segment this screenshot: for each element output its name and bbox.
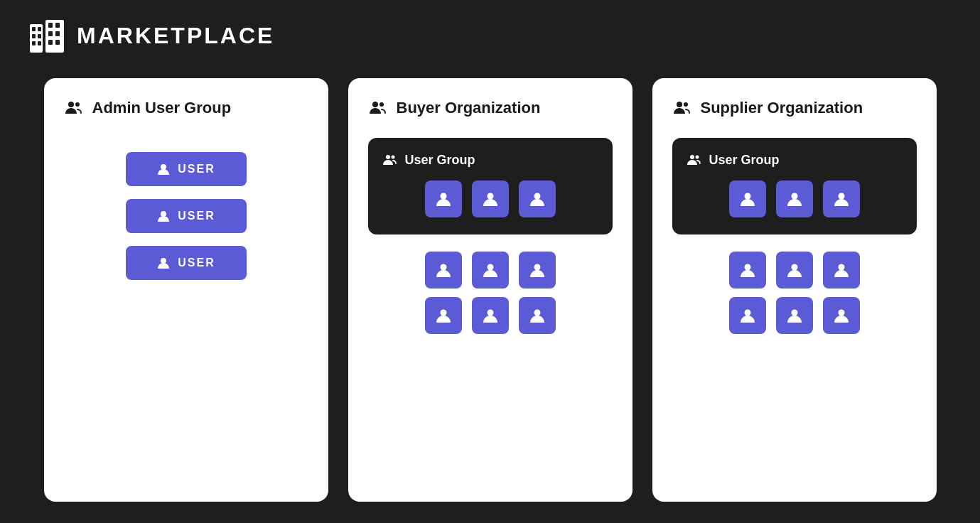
buyer-subgroup-header: User Group bbox=[382, 152, 598, 168]
buyer-subgroup-users bbox=[382, 180, 598, 217]
svg-rect-13 bbox=[55, 40, 60, 45]
svg-point-25 bbox=[534, 193, 540, 200]
supplier-subgroup-users bbox=[686, 180, 903, 217]
svg-point-31 bbox=[534, 310, 540, 316]
supplier-subgroup-user-3 bbox=[823, 180, 860, 217]
svg-rect-4 bbox=[38, 34, 41, 38]
supplier-subgroup-icon bbox=[686, 152, 702, 168]
supplier-organization-card: Supplier Organization User Group bbox=[652, 78, 937, 502]
svg-point-14 bbox=[68, 102, 74, 107]
buyer-subgroup-title: User Group bbox=[405, 153, 475, 168]
admin-user-btn-2[interactable]: USER bbox=[126, 199, 247, 233]
svg-rect-9 bbox=[55, 23, 60, 28]
buyer-outer-user-4 bbox=[425, 297, 462, 334]
buyer-card-header: Buyer Organization bbox=[368, 98, 613, 118]
svg-point-35 bbox=[695, 156, 699, 159]
supplier-subgroup-header: User Group bbox=[686, 152, 903, 168]
user-icon-1 bbox=[156, 162, 171, 176]
buyer-subgroup-user-1 bbox=[425, 180, 462, 217]
svg-point-19 bbox=[372, 102, 378, 107]
svg-point-21 bbox=[386, 155, 390, 159]
svg-point-34 bbox=[690, 155, 694, 159]
svg-point-23 bbox=[440, 193, 446, 200]
svg-point-44 bbox=[838, 310, 844, 316]
logo-text: MARKETPLACE bbox=[77, 23, 274, 49]
svg-point-18 bbox=[161, 258, 166, 264]
svg-rect-8 bbox=[48, 23, 53, 28]
buyer-outer-user-1 bbox=[425, 252, 462, 289]
main-content: Admin User Group USER USER bbox=[0, 71, 980, 523]
svg-point-37 bbox=[791, 193, 797, 200]
buyer-outer-row-1 bbox=[425, 252, 556, 289]
svg-point-24 bbox=[487, 193, 493, 200]
supplier-outer-user-4 bbox=[729, 297, 766, 334]
admin-users-list: USER USER USER bbox=[64, 138, 308, 280]
buyer-card-title: Buyer Organization bbox=[397, 99, 541, 117]
admin-user-label-3: USER bbox=[178, 257, 215, 269]
svg-rect-3 bbox=[32, 34, 36, 38]
buyer-subgroup-icon bbox=[382, 152, 398, 168]
svg-point-17 bbox=[161, 211, 166, 217]
svg-rect-12 bbox=[48, 40, 53, 45]
user-icon-2 bbox=[156, 209, 171, 223]
svg-point-28 bbox=[534, 264, 540, 271]
svg-point-27 bbox=[487, 264, 493, 271]
buyer-outer-user-5 bbox=[472, 297, 509, 334]
supplier-outer-user-5 bbox=[776, 297, 813, 334]
admin-user-label-1: USER bbox=[178, 163, 215, 176]
svg-point-16 bbox=[161, 164, 166, 170]
buyer-outer-row-2 bbox=[425, 297, 556, 334]
svg-rect-6 bbox=[38, 41, 41, 45]
supplier-outer-user-1 bbox=[729, 252, 766, 289]
supplier-outer-users bbox=[672, 252, 917, 334]
buyer-outer-user-3 bbox=[519, 252, 556, 289]
svg-point-20 bbox=[379, 102, 384, 107]
svg-point-15 bbox=[75, 102, 80, 107]
buyer-outer-user-2 bbox=[472, 252, 509, 289]
user-icon-3 bbox=[156, 256, 171, 270]
buyer-subgroup-user-3 bbox=[519, 180, 556, 217]
supplier-subgroup-box: User Group bbox=[672, 138, 917, 234]
buyer-outer-user-6 bbox=[519, 297, 556, 334]
admin-card-header: Admin User Group bbox=[64, 98, 308, 118]
buyer-outer-users bbox=[368, 252, 613, 334]
svg-rect-10 bbox=[48, 31, 53, 36]
svg-point-36 bbox=[744, 193, 750, 200]
svg-rect-5 bbox=[32, 41, 36, 45]
svg-point-32 bbox=[677, 102, 682, 107]
buyer-group-icon bbox=[368, 98, 388, 118]
supplier-subgroup-user-2 bbox=[776, 180, 813, 217]
supplier-subgroup-user-1 bbox=[729, 180, 766, 217]
supplier-outer-user-2 bbox=[776, 252, 813, 289]
svg-point-39 bbox=[744, 264, 750, 271]
svg-point-26 bbox=[440, 264, 446, 271]
admin-user-group-card: Admin User Group USER USER bbox=[44, 78, 328, 502]
svg-point-29 bbox=[440, 310, 446, 316]
svg-rect-1 bbox=[32, 27, 36, 31]
svg-point-22 bbox=[391, 156, 394, 159]
admin-user-btn-1[interactable]: USER bbox=[126, 152, 247, 186]
supplier-outer-row-2 bbox=[729, 297, 860, 334]
admin-user-label-2: USER bbox=[178, 210, 215, 222]
buyer-subgroup-box: User Group bbox=[368, 138, 613, 234]
svg-rect-2 bbox=[38, 27, 41, 31]
supplier-subgroup-title: User Group bbox=[709, 153, 780, 168]
svg-point-40 bbox=[791, 264, 797, 271]
svg-rect-7 bbox=[45, 20, 64, 53]
admin-card-title: Admin User Group bbox=[92, 99, 232, 117]
svg-point-38 bbox=[838, 193, 844, 200]
svg-point-30 bbox=[487, 310, 493, 316]
svg-point-33 bbox=[684, 102, 688, 107]
supplier-outer-row-1 bbox=[729, 252, 860, 289]
buyer-organization-card: Buyer Organization User Group bbox=[348, 78, 632, 502]
svg-point-41 bbox=[838, 264, 844, 271]
building-logo-icon bbox=[28, 17, 65, 54]
svg-rect-11 bbox=[55, 31, 60, 36]
supplier-card-title: Supplier Organization bbox=[701, 99, 863, 117]
buyer-subgroup-user-2 bbox=[472, 180, 509, 217]
supplier-outer-user-3 bbox=[823, 252, 860, 289]
admin-group-icon bbox=[64, 98, 84, 118]
supplier-group-icon bbox=[672, 98, 692, 118]
admin-user-btn-3[interactable]: USER bbox=[126, 246, 247, 280]
supplier-card-header: Supplier Organization bbox=[672, 98, 917, 118]
